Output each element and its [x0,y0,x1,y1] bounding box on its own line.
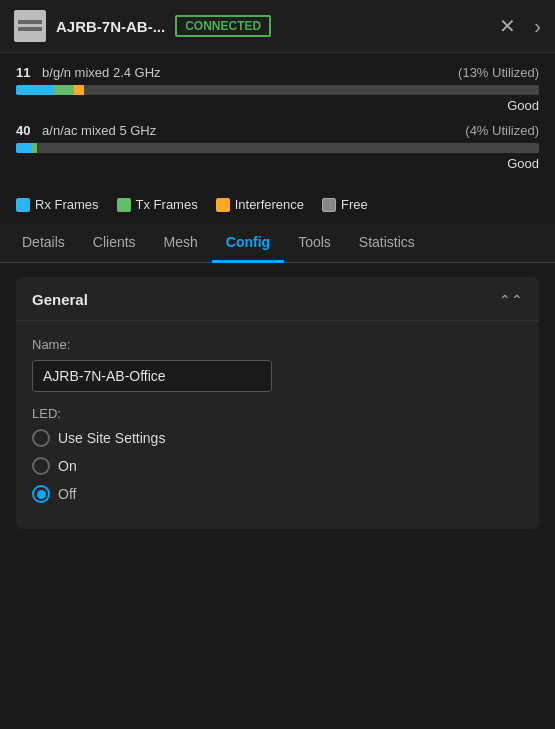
legend-tx-color [117,198,131,212]
channel-bar-5 [16,143,539,153]
tab-statistics[interactable]: Statistics [345,224,429,263]
led-group: LED: Use Site Settings On Off [16,392,539,503]
bar-free-24 [84,85,539,95]
legend-free: Free [322,197,368,212]
radio-use-site-label: Use Site Settings [58,430,165,446]
radio-on[interactable]: On [32,457,523,475]
quality-24: Good [16,98,539,113]
legend-interference: Interference [216,197,304,212]
tab-config[interactable]: Config [212,224,284,263]
channel-utilized-24: (13% Utilized) [458,65,539,80]
bar-tx-24 [53,85,74,95]
led-label: LED: [32,406,523,421]
name-input[interactable] [32,360,272,392]
legend-rx: Rx Frames [16,197,99,212]
legend-rx-label: Rx Frames [35,197,99,212]
channel-desc-24: b/g/n mixed 2.4 GHz [42,65,161,80]
tab-bar: Details Clients Mesh Config Tools Statis… [0,224,555,263]
bar-free-5 [37,143,539,153]
name-label: Name: [32,337,523,352]
radio-off-label: Off [58,486,76,502]
channel-row-24ghz: 11 b/g/n mixed 2.4 GHz (13% Utilized) Go… [16,65,539,113]
panel-header: General ⌃⌃ [16,277,539,321]
quality-5: Good [16,156,539,171]
channel-number-24: 11 [16,65,30,80]
close-button[interactable]: ✕ [499,16,516,36]
panel-title: General [32,291,88,308]
legend-free-label: Free [341,197,368,212]
legend-free-color [322,198,336,212]
tab-clients[interactable]: Clients [79,224,150,263]
tab-mesh[interactable]: Mesh [150,224,212,263]
channel-row-5ghz: 40 a/n/ac mixed 5 GHz (4% Utilized) Good [16,123,539,171]
channel-bar-24 [16,85,539,95]
tab-details[interactable]: Details [8,224,79,263]
device-icon [14,10,46,42]
collapse-icon[interactable]: ⌃⌃ [499,292,523,308]
radio-off-circle[interactable] [32,485,50,503]
legend-interference-label: Interference [235,197,304,212]
svg-rect-2 [18,27,42,31]
general-panel: General ⌃⌃ Name: LED: Use Site Settings … [16,277,539,529]
radio-on-circle[interactable] [32,457,50,475]
radio-off[interactable]: Off [32,485,523,503]
legend-rx-color [16,198,30,212]
legend: Rx Frames Tx Frames Interference Free [0,189,555,224]
name-field-group: Name: [16,321,539,392]
legend-interference-color [216,198,230,212]
svg-rect-0 [14,10,46,42]
svg-rect-1 [18,20,42,24]
forward-button[interactable]: › [534,16,541,36]
channels-section: 11 b/g/n mixed 2.4 GHz (13% Utilized) Go… [0,53,555,189]
radio-on-label: On [58,458,77,474]
connected-badge: CONNECTED [175,15,271,37]
channel-utilized-5: (4% Utilized) [465,123,539,138]
radio-use-site-circle[interactable] [32,429,50,447]
device-name: AJRB-7N-AB-... [56,18,165,35]
header-actions: ✕ › [499,16,541,36]
channel-number-5: 40 [16,123,30,138]
bar-rx-24 [16,85,53,95]
tab-tools[interactable]: Tools [284,224,345,263]
bar-interference-24 [74,85,84,95]
app-header: AJRB-7N-AB-... CONNECTED ✕ › [0,0,555,53]
radio-use-site-settings[interactable]: Use Site Settings [32,429,523,447]
bar-rx-5 [16,143,32,153]
legend-tx: Tx Frames [117,197,198,212]
config-area: General ⌃⌃ Name: LED: Use Site Settings … [0,277,555,529]
channel-desc-5: a/n/ac mixed 5 GHz [42,123,156,138]
legend-tx-label: Tx Frames [136,197,198,212]
